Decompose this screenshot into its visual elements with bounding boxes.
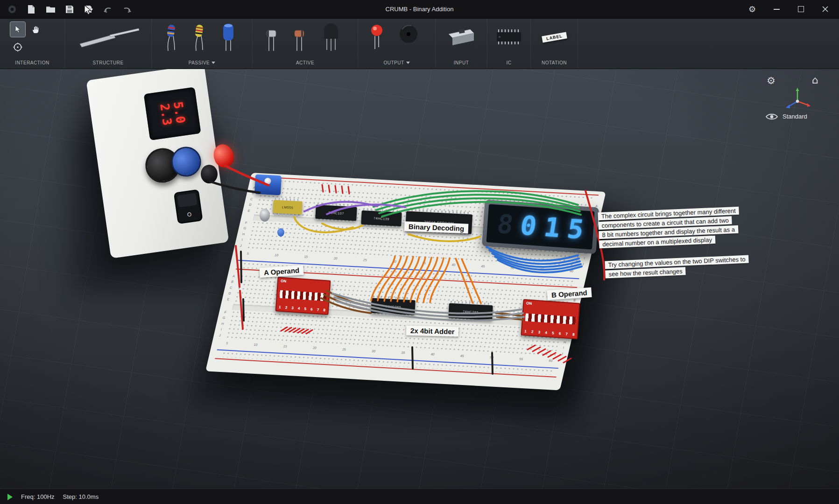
minimize-button[interactable] — [771, 4, 782, 15]
new-file-button[interactable] — [26, 4, 37, 15]
dip-number: 4 — [298, 307, 300, 310]
view-visibility-button[interactable] — [766, 112, 778, 123]
column-number: 30 — [372, 350, 376, 353]
transistor-icon[interactable] — [324, 23, 338, 51]
dip-number: 3 — [538, 330, 540, 334]
row-letter: I — [218, 327, 224, 333]
row-letter: D — [247, 202, 254, 208]
switch-icon[interactable] — [449, 29, 474, 45]
row-letter: D — [226, 291, 233, 297]
app-window: CRUMB - Binary Addition ⚙ INTERACTION — [0, 0, 839, 504]
dip-a-numbers: 12345678 — [279, 305, 325, 312]
ic-adder-1-label: 74HC283 — [385, 305, 401, 309]
column-number: 5 — [226, 342, 229, 345]
column-number: 15 — [283, 344, 287, 348]
maximize-button[interactable] — [795, 4, 806, 15]
row-letter: F — [222, 309, 228, 315]
electrolytic-capacitor[interactable] — [260, 209, 270, 222]
camera-preset-label[interactable]: Standard — [783, 113, 807, 120]
maximize-icon — [798, 6, 804, 12]
ic-decoder[interactable]: 74HC139 — [361, 210, 402, 226]
column-number: 40 — [451, 263, 456, 266]
black-banana-plug[interactable] — [201, 165, 218, 183]
titlebar: CRUMB - Binary Addition ⚙ — [0, 0, 839, 19]
capacitor-icon[interactable] — [223, 24, 233, 51]
buzzer-icon[interactable] — [400, 25, 417, 43]
dip-number: 8 — [572, 333, 575, 336]
resistor-yellow-icon[interactable] — [195, 24, 203, 51]
row-letter: C — [248, 196, 254, 203]
ic-timer[interactable]: LM555 — [273, 200, 302, 214]
column-number: 10 — [254, 343, 258, 346]
dip-a-sliders[interactable] — [280, 290, 327, 301]
label-tool-icon[interactable]: LABEL — [542, 32, 567, 43]
scene-viewport[interactable]: 51015202530354045505560 5101520253035404… — [0, 69, 839, 489]
settings-button[interactable]: ⚙ — [747, 4, 758, 15]
ic-adder-2[interactable]: 74HC283 — [448, 303, 493, 321]
pan-tool-button[interactable] — [28, 22, 43, 37]
toolbar-group-output: OUTPUT — [358, 18, 436, 69]
probe-tool-button[interactable] — [10, 40, 25, 55]
viewport-home-button[interactable]: ⌂ — [812, 75, 818, 85]
column-number: 60 — [549, 359, 553, 362]
close-button[interactable] — [819, 4, 831, 15]
active-icons — [259, 20, 352, 55]
viewport-settings-button[interactable]: ⚙ — [767, 76, 776, 86]
ic-icons — [490, 20, 528, 55]
ic-counter-label: 74HC107 — [328, 211, 344, 215]
toolbar-group-interaction: INTERACTION — [0, 18, 65, 69]
resistor-blue-icon[interactable] — [167, 24, 175, 51]
redo-button[interactable] — [121, 4, 133, 15]
cursor-icon — [14, 25, 22, 34]
play-button[interactable] — [7, 494, 13, 500]
column-number: 25 — [342, 348, 346, 351]
annotation-note-2[interactable]: Try changing the values on the two DIP s… — [605, 255, 749, 280]
crosshair-circle-icon — [13, 42, 23, 52]
seven-segment-digit: 0 — [519, 212, 538, 239]
column-number: 20 — [312, 346, 317, 350]
note-line: see how the result changes — [605, 267, 686, 278]
open-file-button[interactable] — [45, 4, 56, 15]
passive-dropdown-caret[interactable] — [212, 62, 215, 64]
output-dropdown-caret[interactable] — [406, 62, 410, 64]
new-file-icon — [27, 5, 35, 14]
column-number: 60 — [569, 269, 573, 273]
dip-chip-icon[interactable] — [497, 29, 521, 44]
select-tool-button[interactable] — [10, 22, 25, 37]
dip-switch-a[interactable]: ON 12345678 — [275, 277, 331, 315]
label-adder[interactable]: 2x 4bit Adder — [406, 326, 459, 337]
seven-segment-display[interactable]: 8 0 1 5 — [482, 200, 599, 254]
psu-current-readout: 2.3 — [158, 103, 174, 126]
column-number: 15 — [304, 255, 308, 258]
ceramic-capacitor[interactable] — [277, 228, 284, 237]
column-number: 55 — [540, 268, 544, 271]
save-button[interactable] — [64, 4, 75, 15]
app-logo[interactable] — [7, 4, 18, 15]
diode-icon[interactable] — [267, 30, 276, 51]
ic-counter[interactable]: 74HC107 — [315, 205, 357, 221]
dip-switch-b[interactable]: ON 12345678 — [521, 299, 580, 339]
row-letter: H — [240, 231, 247, 238]
dip-b-sliders[interactable] — [525, 313, 576, 324]
power-supply[interactable]: 5.0 2.3 O — [86, 69, 229, 259]
undo-button[interactable] — [102, 4, 113, 15]
row-letter: J — [238, 243, 244, 249]
rod-icon[interactable] — [110, 28, 139, 37]
save-as-button[interactable] — [83, 4, 94, 15]
led-icon[interactable] — [371, 25, 382, 49]
dip-number: 2 — [285, 306, 287, 309]
annotation-note-1[interactable]: The complex circuit brings together many… — [598, 207, 740, 250]
toolbar-group-passive: PASSIVE — [152, 18, 253, 69]
psu-power-switch[interactable]: O — [174, 189, 203, 224]
row-letter: C — [228, 285, 234, 291]
toolbar-group-notation: LABEL NOTATION — [531, 18, 578, 69]
potentiometer[interactable] — [254, 175, 282, 196]
output-group-label: OUTPUT — [383, 60, 404, 65]
row-letter: H — [219, 321, 226, 327]
save-icon — [65, 5, 74, 14]
diode-red-icon[interactable] — [295, 30, 304, 51]
row-letter: F — [243, 220, 249, 226]
psu-display: 5.0 2.3 — [144, 87, 201, 140]
ic-adder-1[interactable]: 74HC283 — [371, 298, 416, 315]
seven-segment-digit: 1 — [542, 214, 562, 241]
